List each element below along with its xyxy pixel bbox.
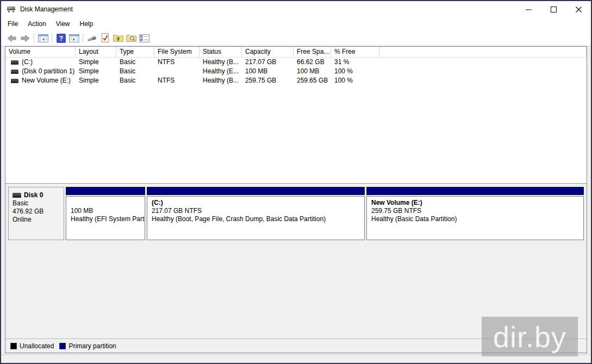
disk-name: Disk 0 — [24, 191, 43, 199]
partition-strip: 100 MB Healthy (EFI System Partit (C:) 2… — [66, 187, 584, 240]
partition-title: New Volume (E:) — [371, 199, 579, 207]
help-icon: ? — [57, 34, 66, 43]
volume-row-new-volume-e[interactable]: New Volume (E:) Simple Basic NTFS Health… — [5, 76, 587, 85]
volume-capacity: 259.75 GB — [242, 76, 294, 85]
minimize-button[interactable] — [516, 1, 541, 17]
legend-label: Primary partition — [68, 342, 116, 350]
disk-tool-button[interactable] — [85, 32, 98, 45]
partition-color-bar — [147, 187, 365, 195]
partition-status: Healthy (Basic Data Partition) — [371, 215, 579, 223]
partition-size: 100 MB — [71, 207, 140, 215]
disk-type: Basic — [13, 199, 60, 208]
volume-layout: Simple — [76, 58, 116, 67]
column-header-pct-free[interactable]: % Free — [331, 47, 379, 58]
folder-search-icon — [126, 34, 136, 42]
column-header-capacity[interactable]: Capacity — [242, 47, 294, 58]
volume-free-space: 100 MB — [294, 67, 331, 76]
primary-partition-swatch-icon — [59, 343, 66, 349]
volume-name: (Disk 0 partition 1) — [22, 67, 74, 76]
partition-c[interactable]: (C:) 217.07 GB NTFS Healthy (Boot, Page … — [147, 187, 365, 240]
volume-table-header: Volume Layout Type File System Status Ca… — [5, 47, 587, 58]
volume-pct-free: 100 % — [331, 67, 379, 76]
partition-title — [71, 199, 140, 207]
console-content: Volume Layout Type File System Status Ca… — [5, 46, 587, 353]
partition-color-bar — [66, 187, 145, 195]
disk-management-window: Disk Management File Action View Help — [0, 0, 592, 364]
volume-row-disk0-partition1[interactable]: (Disk 0 partition 1) Simple Basic Health… — [5, 67, 587, 76]
volume-name: New Volume (E:) — [22, 76, 71, 85]
toolbar: ? — [1, 30, 591, 46]
column-header-status[interactable]: Status — [200, 47, 242, 58]
volume-file-system: NTFS — [154, 76, 200, 85]
partition-status: Healthy (EFI System Partit — [71, 215, 140, 223]
show-action-pane-button[interactable] — [67, 32, 80, 45]
show-console-tree-button[interactable] — [36, 32, 49, 45]
column-header-volume[interactable]: Volume — [5, 47, 76, 58]
volume-type: Basic — [116, 58, 154, 67]
volume-pct-free: 31 % — [331, 58, 379, 67]
volume-layout: Simple — [76, 67, 116, 76]
volume-layout: Simple — [76, 76, 116, 85]
volume-free-space: 66.62 GB — [294, 58, 331, 67]
folder-up-button[interactable] — [111, 32, 124, 45]
folder-search-button[interactable] — [124, 32, 138, 45]
disk-0-row: Disk 0 Basic 476.92 GB Online 100 MB Hea… — [8, 187, 584, 240]
svg-text:?: ? — [59, 35, 63, 42]
legend-primary-partition: Primary partition — [59, 342, 116, 350]
volume-type: Basic — [116, 76, 154, 85]
volume-pct-free: 100 % — [331, 76, 379, 85]
toolbar-separator — [52, 33, 52, 43]
volume-icon — [11, 60, 18, 65]
partition-size: 217.07 GB NTFS — [152, 207, 360, 215]
partition-title: (C:) — [152, 199, 360, 207]
unallocated-swatch-icon — [10, 343, 17, 349]
help-button[interactable]: ? — [54, 32, 67, 45]
toolbar-separator — [34, 33, 34, 43]
menu-help[interactable]: Help — [75, 17, 98, 30]
menu-view[interactable]: View — [51, 17, 75, 30]
maximize-icon — [551, 7, 557, 12]
check-document-icon — [101, 33, 109, 43]
disk-size: 476.92 GB — [13, 208, 60, 216]
disk-0-header[interactable]: Disk 0 Basic 476.92 GB Online — [8, 187, 64, 240]
column-header-type[interactable]: Type — [116, 47, 154, 58]
disk-status: Online — [13, 216, 60, 224]
properties-list-button[interactable] — [138, 32, 151, 45]
partition-new-volume-e[interactable]: New Volume (E:) 259.75 GB NTFS Healthy (… — [366, 187, 584, 240]
volume-file-system — [154, 67, 200, 76]
menu-action[interactable]: Action — [23, 17, 51, 30]
window-title: Disk Management — [20, 5, 73, 13]
volume-list-pane: Volume Layout Type File System Status Ca… — [5, 47, 587, 184]
volume-capacity: 100 MB — [242, 67, 294, 76]
column-header-layout[interactable]: Layout — [76, 47, 116, 58]
minimize-icon — [526, 7, 532, 12]
maximize-button[interactable] — [541, 1, 566, 17]
forward-button[interactable] — [18, 32, 32, 45]
partition-size: 259.75 GB NTFS — [371, 207, 579, 215]
volume-icon — [11, 79, 18, 83]
disk-management-app-icon — [7, 5, 16, 13]
volume-name: (C:) — [22, 58, 33, 67]
close-icon — [576, 7, 582, 12]
watermark: dir.by — [482, 317, 578, 356]
title-bar: Disk Management — [1, 1, 591, 17]
volume-row-c[interactable]: (C:) Simple Basic NTFS Healthy (B... 217… — [5, 58, 587, 67]
close-button[interactable] — [566, 1, 591, 17]
column-header-file-system[interactable]: File System — [154, 47, 200, 58]
column-header-free-space[interactable]: Free Spa... — [294, 47, 331, 58]
show-action-pane-icon — [69, 34, 79, 42]
check-document-button[interactable] — [98, 32, 111, 45]
volume-status: Healthy (B... — [200, 58, 242, 67]
menu-file[interactable]: File — [3, 17, 23, 30]
back-icon — [7, 34, 17, 42]
volume-status: Healthy (E... — [200, 67, 242, 76]
partition-status: Healthy (Boot, Page File, Crash Dump, Ba… — [152, 215, 360, 223]
volume-capacity: 217.07 GB — [242, 58, 294, 67]
volume-icon — [11, 70, 18, 74]
back-button[interactable] — [5, 32, 18, 45]
volume-type: Basic — [116, 67, 154, 76]
partition-efi[interactable]: 100 MB Healthy (EFI System Partit — [66, 187, 145, 240]
column-header-filler — [379, 47, 587, 58]
disk-tool-icon — [87, 34, 97, 42]
menu-bar: File Action View Help — [1, 17, 591, 30]
